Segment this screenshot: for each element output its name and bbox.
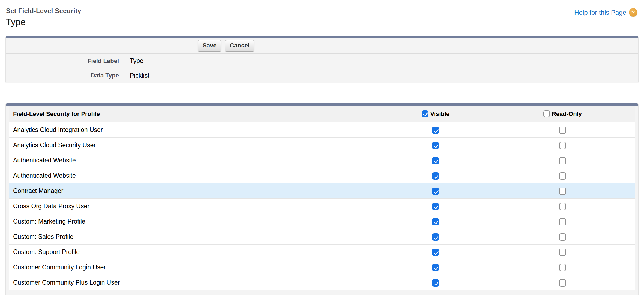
profile-row: Customer Community Login User (9, 260, 635, 275)
visible-header-label: Visible (430, 110, 450, 118)
field-level-security-table: Field-Level Security for Profile Visible… (9, 105, 635, 290)
button-bar: Save Cancel (6, 38, 638, 54)
profile-name: Analytics Cloud Security User (9, 138, 381, 153)
profile-name: Authenticated Website (9, 153, 381, 168)
fls-table-section: Field-Level Security for Profile Visible… (5, 103, 639, 295)
read-only-column-header: Read-Only (490, 106, 635, 122)
profile-name: Contract Manager (9, 183, 381, 199)
page-title: Type (6, 17, 638, 27)
field-label-value: Type (130, 57, 143, 65)
read-only-checkbox[interactable] (559, 157, 566, 164)
profile-name: Customer Community Login User (9, 260, 381, 275)
profile-name: Custom: Sales Profile (9, 229, 381, 245)
profile-row: Analytics Cloud Security User (9, 138, 635, 153)
visible-checkbox[interactable] (432, 142, 439, 149)
profile-table-body: Analytics Cloud Integration User Analyti… (9, 122, 635, 290)
field-label-row: Field Label Type (6, 54, 638, 68)
visible-checkbox[interactable] (432, 203, 439, 210)
visible-checkbox[interactable] (432, 249, 439, 256)
profile-name: Custom: Marketing Profile (9, 214, 381, 229)
profile-column-header: Field-Level Security for Profile (9, 106, 381, 122)
help-question-icon[interactable]: ? (629, 8, 637, 17)
visible-checkbox[interactable] (432, 157, 439, 164)
visible-checkbox[interactable] (432, 188, 439, 195)
read-only-checkbox[interactable] (559, 249, 566, 256)
read-only-checkbox[interactable] (559, 264, 566, 271)
page-header: Set Field-Level Security Type Help for t… (0, 0, 644, 36)
cancel-button[interactable]: Cancel (225, 40, 254, 52)
profile-row: Authenticated Website (9, 153, 635, 168)
profile-row: Authenticated Website (9, 168, 635, 183)
profile-row: Custom: Sales Profile (9, 229, 635, 245)
visible-checkbox[interactable] (432, 233, 439, 241)
profile-row: Contract Manager (9, 183, 635, 199)
help-link-label: Help for this Page (574, 9, 626, 16)
data-type-value: Picklist (130, 72, 149, 79)
profile-name: Authenticated Website (9, 168, 381, 183)
read-only-header-checkbox[interactable] (543, 110, 550, 117)
visible-column-header: Visible (381, 106, 490, 122)
visible-header-checkbox[interactable] (422, 110, 428, 117)
read-only-checkbox[interactable] (559, 127, 566, 134)
profile-row: Custom: Marketing Profile (9, 214, 635, 229)
save-button[interactable]: Save (198, 40, 221, 52)
read-only-checkbox[interactable] (559, 188, 566, 195)
data-type-caption: Data Type (6, 72, 119, 79)
profile-row: Cross Org Data Proxy User (9, 199, 635, 214)
profile-name: Cross Org Data Proxy User (9, 199, 381, 214)
visible-checkbox[interactable] (432, 127, 439, 134)
profile-row: Analytics Cloud Integration User (9, 122, 635, 138)
profile-name: Customer Community Plus Login User (9, 275, 381, 290)
visible-checkbox[interactable] (432, 172, 439, 180)
read-only-checkbox[interactable] (559, 142, 566, 149)
visible-checkbox[interactable] (432, 264, 439, 271)
read-only-checkbox[interactable] (559, 218, 566, 225)
profile-name: Custom: Support Profile (9, 245, 381, 260)
page-subtitle: Set Field-Level Security (6, 7, 638, 15)
field-info-section: Save Cancel Field Label Type Data Type P… (5, 36, 639, 83)
read-only-checkbox[interactable] (559, 172, 566, 180)
read-only-checkbox[interactable] (559, 203, 566, 210)
profile-name: Analytics Cloud Integration User (9, 122, 381, 138)
profile-row: Customer Community Plus Login User (9, 275, 635, 290)
table-header-row: Field-Level Security for Profile Visible… (9, 106, 635, 122)
read-only-header-label: Read-Only (552, 110, 582, 118)
help-link[interactable]: Help for this Page ? (574, 8, 637, 17)
profile-row: Custom: Support Profile (9, 245, 635, 260)
visible-checkbox[interactable] (432, 279, 439, 287)
data-type-row: Data Type Picklist (6, 68, 638, 83)
read-only-checkbox[interactable] (559, 233, 566, 241)
read-only-checkbox[interactable] (559, 279, 566, 287)
field-label-caption: Field Label (6, 58, 119, 65)
visible-checkbox[interactable] (432, 218, 439, 225)
